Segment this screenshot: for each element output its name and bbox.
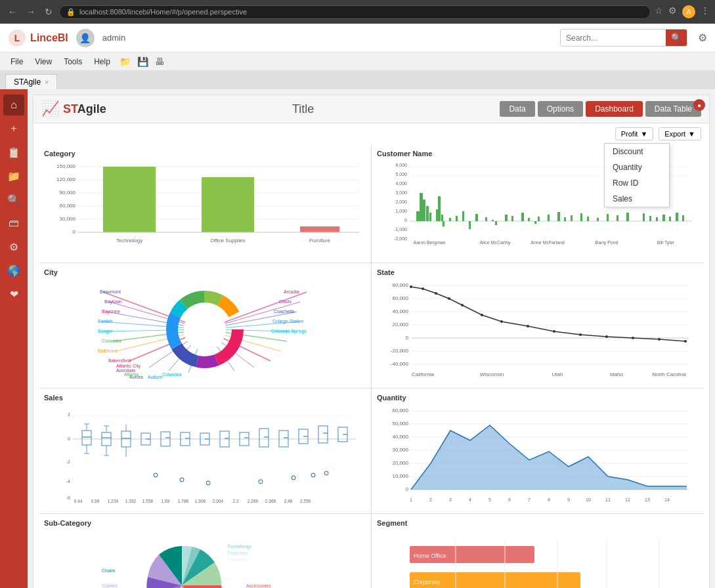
- sidebar: ⌂ + 📋 📁 🔍 🗃 ⚙ 🌎 ❤: [0, 89, 28, 588]
- sidebar-database[interactable]: 🗃: [3, 213, 24, 234]
- svg-text:Chairs: Chairs: [102, 568, 116, 573]
- dropdown-item-discount[interactable]: Discount: [605, 144, 669, 159]
- url-bar[interactable]: 🔒 localhost:8080/lincebi/Home/#/p/opened…: [59, 5, 651, 19]
- user-label: admin: [102, 33, 125, 43]
- svg-text:12: 12: [625, 497, 630, 502]
- svg-rect-53: [557, 212, 560, 221]
- svg-rect-58: [597, 218, 599, 221]
- svg-text:Home Office: Home Office: [414, 553, 446, 559]
- refresh-button[interactable]: ↻: [42, 5, 55, 18]
- svg-rect-39: [438, 196, 441, 221]
- search-input[interactable]: [561, 30, 666, 46]
- dropdown-item-rowid[interactable]: Row ID: [605, 175, 669, 191]
- svg-rect-167: [82, 430, 91, 445]
- svg-text:Beaumont: Beaumont: [100, 289, 121, 294]
- sidebar-settings[interactable]: ⚙: [3, 236, 24, 257]
- export-dropdown[interactable]: Export ▼: [659, 127, 701, 140]
- menu-icon[interactable]: ⋮: [701, 5, 710, 18]
- sidebar-heart[interactable]: ❤: [3, 284, 24, 304]
- tab-bar: STAgile ×: [0, 71, 715, 89]
- svg-text:6: 6: [508, 497, 511, 502]
- svg-rect-43: [462, 211, 464, 221]
- browser-chrome: ← → ↻ 🔒 localhost:8080/lincebi/Home/#/p/…: [0, 0, 715, 24]
- sidebar-list[interactable]: 📋: [3, 142, 24, 163]
- tab-close-icon[interactable]: ×: [45, 79, 49, 86]
- search-button[interactable]: 🔍: [666, 30, 687, 46]
- dashboard-title: Title: [119, 102, 487, 116]
- forward-button[interactable]: →: [24, 5, 38, 18]
- svg-point-107: [184, 308, 226, 350]
- tab-data[interactable]: Data: [500, 101, 534, 117]
- sidebar-globe[interactable]: 🌎: [3, 260, 24, 281]
- svg-text:2.368: 2.368: [265, 499, 276, 503]
- dropdown-item-sales[interactable]: Sales: [605, 191, 669, 207]
- sales-title: Sales: [44, 394, 366, 402]
- svg-rect-16: [202, 177, 254, 232]
- save-icon[interactable]: 💾: [135, 55, 151, 68]
- svg-rect-202: [259, 429, 269, 447]
- city-title: City: [44, 268, 366, 276]
- svg-text:North Carolina: North Carolina: [652, 371, 686, 377]
- svg-text:-6: -6: [66, 495, 70, 500]
- svg-rect-49: [521, 213, 524, 221]
- svg-rect-14: [103, 167, 156, 232]
- state-container: 80,000 60,000 40,000 20,000 0 -20,000 -4…: [377, 279, 699, 383]
- city-container: Beaumont Baytown Bayonne Bartlett Bangor…: [44, 279, 366, 381]
- profit-chevron: ▼: [640, 130, 647, 138]
- menu-view[interactable]: View: [30, 55, 57, 68]
- menu-help[interactable]: Help: [89, 55, 116, 68]
- menu-file[interactable]: File: [5, 55, 28, 68]
- content-area[interactable]: 📈 STAgile Title Data Options Dashboard D…: [28, 89, 715, 588]
- back-button[interactable]: ←: [5, 5, 20, 18]
- profit-dropdown[interactable]: Profit ▼: [615, 127, 654, 140]
- sales-svg: 2 0 -2 -4 -6: [44, 404, 366, 506]
- svg-text:2,000: 2,000: [395, 200, 407, 204]
- tab-options[interactable]: Options: [538, 101, 583, 117]
- svg-text:150,000: 150,000: [56, 163, 76, 169]
- svg-text:Furniture: Furniture: [309, 238, 331, 243]
- sidebar-folder[interactable]: 📁: [3, 165, 24, 186]
- print-icon[interactable]: 🖶: [152, 55, 167, 68]
- svg-point-141: [410, 285, 412, 288]
- svg-text:Copiers: Copiers: [102, 583, 118, 588]
- svg-point-197: [206, 481, 210, 485]
- charts-grid: Category 150,000 120,000 90,000 60,000 3…: [39, 144, 704, 588]
- svg-rect-57: [587, 217, 589, 221]
- dash-brand-agile: Agile: [77, 102, 106, 116]
- svg-text:Alice McCarthy: Alice McCarthy: [479, 240, 511, 245]
- sales-chart: Sales 2 0 -2 -4 -6: [39, 388, 371, 513]
- user-avatar[interactable]: 👤: [76, 29, 95, 47]
- menu-tools[interactable]: Tools: [58, 55, 87, 68]
- svg-text:Baytown: Baytown: [104, 299, 122, 304]
- svg-rect-76: [676, 213, 678, 221]
- svg-text:Barry Pond: Barry Pond: [595, 240, 618, 245]
- svg-text:1.392: 1.392: [125, 499, 137, 503]
- settings-icon[interactable]: ⚙: [698, 32, 707, 44]
- dropdown-item-quantity[interactable]: Quantity: [605, 159, 669, 175]
- tab-dashboard[interactable]: Dashboard: [586, 101, 643, 117]
- sidebar-add[interactable]: +: [3, 118, 24, 139]
- state-title: State: [377, 268, 699, 276]
- dash-close-button[interactable]: ●: [693, 99, 705, 111]
- city-svg: Beaumont Baytown Bayonne Bartlett Bangor…: [44, 279, 366, 381]
- extensions-icon[interactable]: ⚙: [668, 5, 677, 18]
- svg-text:4: 4: [469, 497, 471, 502]
- svg-rect-208: [318, 426, 328, 443]
- app-logo-text: LinceBI: [30, 32, 68, 44]
- svg-text:2: 2: [68, 412, 70, 417]
- profile-icon[interactable]: A: [682, 5, 695, 18]
- svg-text:Arcadia: Arcadia: [284, 289, 299, 294]
- open-folder-icon[interactable]: 📁: [117, 55, 133, 68]
- svg-text:Accessories: Accessories: [246, 583, 271, 588]
- app-logo: L LinceBI: [8, 29, 68, 47]
- svg-text:40,000: 40,000: [393, 308, 409, 314]
- svg-rect-59: [607, 214, 609, 221]
- svg-rect-35: [423, 200, 425, 221]
- star-icon[interactable]: ☆: [655, 5, 663, 18]
- svg-text:3,000: 3,000: [395, 190, 407, 195]
- sidebar-home[interactable]: ⌂: [3, 94, 24, 116]
- stagile-tab[interactable]: STAgile ×: [5, 74, 57, 89]
- svg-text:Bangor: Bangor: [98, 329, 113, 334]
- svg-point-143: [435, 292, 437, 295]
- sidebar-search[interactable]: 🔍: [3, 189, 24, 210]
